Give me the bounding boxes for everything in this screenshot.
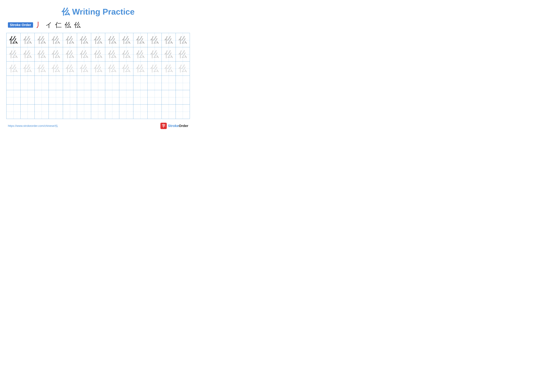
practice-char: 仫 <box>23 34 32 46</box>
grid-cell: 仫 <box>119 33 133 47</box>
grid-cell <box>7 76 21 90</box>
practice-char: 仫 <box>150 49 159 60</box>
grid-cell: 仫 <box>91 33 105 47</box>
practice-char: 仫 <box>122 63 131 74</box>
grid-cell: 仫 <box>162 33 176 47</box>
grid-cell: 仫 <box>77 33 91 47</box>
grid-cell: 仫 <box>49 47 63 61</box>
grid-cell <box>21 76 35 90</box>
practice-char: 仫 <box>150 34 159 46</box>
grid-cell: 仫 <box>49 33 63 47</box>
practice-char: 仫 <box>37 49 46 60</box>
grid-cell: 仫 <box>63 62 77 76</box>
grid-cell: 仫 <box>148 62 162 76</box>
grid-cell: 仫 <box>63 33 77 47</box>
grid-cell: 仫 <box>91 62 105 76</box>
grid-cell: 仫 <box>162 47 176 61</box>
practice-char: 仫 <box>66 34 74 46</box>
practice-char: 仫 <box>136 34 145 46</box>
grid-cell <box>63 76 77 90</box>
practice-char: 仫 <box>108 49 117 60</box>
grid-cell <box>7 105 21 119</box>
grid-cell: 仫 <box>133 62 147 76</box>
grid-cell: 仫 <box>148 47 162 61</box>
grid-cell <box>63 105 77 119</box>
practice-char: 仫 <box>51 63 60 74</box>
practice-char: 仫 <box>94 49 102 60</box>
grid-cell: 仫 <box>91 47 105 61</box>
grid-cell: 仫 <box>77 62 91 76</box>
grid-row-6 <box>7 105 190 119</box>
practice-char: 仫 <box>80 34 88 46</box>
grid-cell: 仫 <box>105 47 119 61</box>
grid-cell <box>176 105 190 119</box>
practice-char: 仫 <box>94 34 102 46</box>
grid-cell <box>162 105 176 119</box>
practice-char: 仫 <box>9 34 18 46</box>
practice-char: 仫 <box>9 49 18 60</box>
practice-char: 仫 <box>122 34 131 46</box>
grid-cell <box>91 105 105 119</box>
grid-cell: 仫 <box>77 47 91 61</box>
grid-cell <box>105 76 119 90</box>
grid-cell: 仫 <box>21 47 35 61</box>
stroke-4: 仫 <box>65 21 71 29</box>
grid-cell <box>162 76 176 90</box>
practice-char: 仫 <box>122 49 131 60</box>
stroke-3: 仁 <box>55 21 62 29</box>
grid-cell <box>133 76 147 90</box>
grid-cell: 仫 <box>7 62 21 76</box>
practice-char: 仫 <box>164 34 173 46</box>
grid-row-3: 仫 仫 仫 仫 仫 仫 仫 仫 仫 仫 仫 仫 仫 <box>7 62 190 76</box>
grid-cell <box>77 105 91 119</box>
grid-cell: 仫 <box>148 33 162 47</box>
grid-row-1: 仫 仫 仫 仫 仫 仫 仫 仫 仫 仫 仫 仫 仫 <box>7 33 190 47</box>
practice-char: 仫 <box>51 49 60 60</box>
page-title: 仫 Writing Practice <box>62 7 134 16</box>
grid-cell <box>35 90 49 104</box>
practice-char: 仫 <box>23 63 32 74</box>
footer-url[interactable]: https://www.strokeorder.com/chinese/仫 <box>8 124 58 128</box>
title-section: 仫 Writing Practice <box>6 6 190 17</box>
grid-cell: 仫 <box>35 33 49 47</box>
grid-cell: 仫 <box>162 62 176 76</box>
grid-cell: 仫 <box>49 62 63 76</box>
grid-cell <box>63 90 77 104</box>
grid-cell: 仫 <box>35 47 49 61</box>
grid-cell: 仫 <box>119 62 133 76</box>
grid-cell <box>148 105 162 119</box>
brand-name: StrokeOrder <box>168 124 188 128</box>
stroke-5: 仫 <box>74 21 81 29</box>
grid-cell <box>119 76 133 90</box>
practice-char: 仫 <box>150 63 159 74</box>
grid-cell <box>49 76 63 90</box>
grid-cell: 仫 <box>35 62 49 76</box>
practice-char: 仫 <box>51 34 60 46</box>
grid-cell <box>91 90 105 104</box>
grid-cell <box>133 90 147 104</box>
practice-char: 仫 <box>66 63 74 74</box>
grid-cell: 仫 <box>7 33 21 47</box>
practice-char: 仫 <box>108 34 117 46</box>
grid-row-4 <box>7 76 190 90</box>
footer-brand: 字 StrokeOrder <box>161 123 188 129</box>
practice-char: 仫 <box>136 63 145 74</box>
practice-char: 仫 <box>136 49 145 60</box>
practice-char: 仫 <box>23 49 32 60</box>
grid-cell <box>35 76 49 90</box>
grid-cell <box>119 105 133 119</box>
grid-cell: 仫 <box>176 62 190 76</box>
practice-char: 仫 <box>80 49 88 60</box>
grid-cell <box>49 105 63 119</box>
practice-char: 仫 <box>108 63 117 74</box>
grid-cell: 仫 <box>105 33 119 47</box>
grid-cell <box>148 76 162 90</box>
grid-cell: 仫 <box>119 47 133 61</box>
grid-cell <box>35 105 49 119</box>
grid-cell: 仫 <box>176 33 190 47</box>
grid-row-5 <box>7 90 190 105</box>
practice-char: 仫 <box>164 63 173 74</box>
grid-cell <box>49 90 63 104</box>
practice-char: 仫 <box>9 63 18 74</box>
grid-cell <box>77 90 91 104</box>
